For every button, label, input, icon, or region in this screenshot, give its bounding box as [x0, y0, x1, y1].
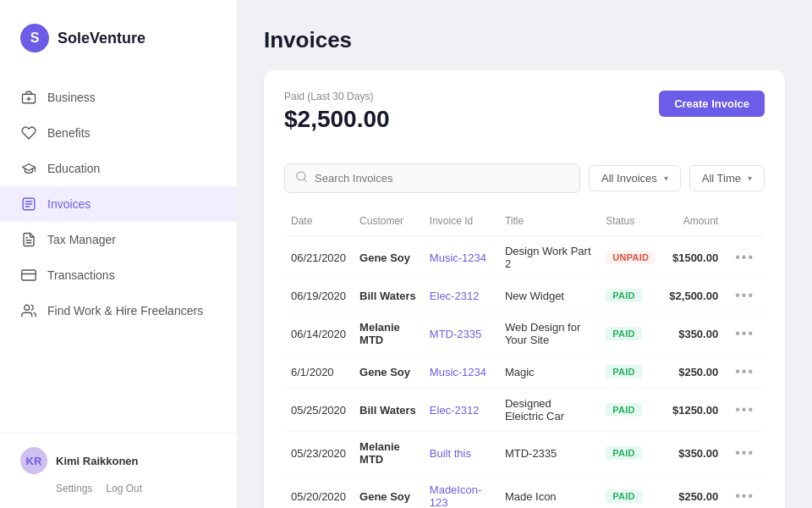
- col-invoice-id: Invoice Id: [423, 210, 498, 236]
- sidebar-item-label: Education: [47, 162, 100, 175]
- sidebar-item-education[interactable]: Education: [0, 151, 237, 186]
- invoices-icon: [20, 196, 37, 213]
- cell-customer: Bill Waters: [353, 389, 423, 432]
- cell-more[interactable]: •••: [725, 236, 765, 279]
- search-input[interactable]: [315, 172, 569, 185]
- user-row: KR Kimi Raikkonen: [20, 447, 217, 474]
- brand-name: SoleVenture: [58, 30, 145, 47]
- more-actions-button[interactable]: •••: [732, 288, 758, 303]
- cell-more[interactable]: •••: [725, 312, 765, 356]
- sidebar-item-find-work[interactable]: Find Work & Hire Freelancers: [0, 293, 237, 329]
- cell-invoice-id[interactable]: Elec-2312: [423, 389, 498, 432]
- cell-invoice-id[interactable]: Music-1234: [423, 356, 498, 389]
- more-actions-button[interactable]: •••: [732, 364, 758, 379]
- col-date: Date: [284, 210, 353, 236]
- table-row: 05/20/2020 Gene Soy MadeIcon-123 Made Ic…: [284, 475, 765, 509]
- nav-menu: Business Benefits Education: [0, 73, 237, 433]
- sidebar-item-business[interactable]: Business: [0, 80, 237, 115]
- cell-status: UNPAID: [599, 236, 662, 279]
- filter-dropdown[interactable]: All Invoices ▾: [589, 165, 681, 191]
- cell-amount: $2,500.00: [662, 279, 725, 312]
- invoices-card: Paid (Last 30 Days) $2,500.00 Create Inv…: [264, 70, 785, 508]
- col-actions: [725, 210, 765, 236]
- sidebar-item-benefits[interactable]: Benefits: [0, 115, 237, 151]
- time-dropdown[interactable]: All Time ▾: [689, 165, 765, 191]
- cell-date: 06/21/2020: [284, 236, 353, 279]
- more-actions-button[interactable]: •••: [732, 326, 758, 341]
- logo-area: S SoleVenture: [0, 0, 237, 73]
- cell-invoice-id[interactable]: Built this: [423, 432, 498, 475]
- table-row: 06/19/2020 Bill Waters Elec-2312 New Wid…: [284, 279, 765, 312]
- sidebar-item-label: Business: [47, 91, 96, 104]
- user-area: KR Kimi Raikkonen Settings Log Out: [0, 433, 237, 508]
- cell-date: 06/14/2020: [284, 312, 353, 356]
- cell-date: 05/20/2020: [284, 475, 353, 509]
- sidebar-item-tax-manager[interactable]: Tax Manager: [0, 222, 237, 257]
- cell-amount: $1250.00: [662, 389, 725, 432]
- paid-amount: $2,500.00: [284, 106, 390, 133]
- transactions-icon: [20, 267, 37, 284]
- sidebar-item-invoices[interactable]: Invoices: [0, 186, 237, 222]
- more-actions-button[interactable]: •••: [732, 402, 758, 417]
- cell-more[interactable]: •••: [725, 432, 765, 475]
- settings-link[interactable]: Settings: [56, 483, 92, 494]
- col-customer: Customer: [353, 210, 423, 236]
- col-status: Status: [599, 210, 662, 236]
- cell-customer: Bill Waters: [353, 279, 423, 312]
- cell-invoice-id[interactable]: MTD-2335: [423, 312, 498, 356]
- user-links: Settings Log Out: [20, 483, 217, 494]
- main-content: Invoices Paid (Last 30 Days) $2,500.00 C…: [237, 0, 812, 508]
- cell-title: Magic: [498, 356, 599, 389]
- cell-status: PAID: [599, 312, 662, 356]
- cell-invoice-id[interactable]: Music-1234: [423, 236, 498, 279]
- tax-icon: [20, 231, 37, 248]
- col-amount: Amount: [662, 210, 725, 236]
- cell-customer: Gene Soy: [353, 356, 423, 389]
- cell-amount: $250.00: [662, 356, 725, 389]
- svg-rect-9: [22, 270, 36, 280]
- cell-more[interactable]: •••: [725, 279, 765, 312]
- cell-amount: $350.00: [662, 312, 725, 356]
- cell-title: Web Design for Your Site: [498, 312, 599, 356]
- table-row: 6/1/2020 Gene Soy Music-1234 Magic PAID …: [284, 356, 765, 389]
- cell-title: MTD-2335: [498, 432, 599, 475]
- table-row: 06/21/2020 Gene Soy Music-1234 Design Wo…: [284, 236, 765, 279]
- avatar: KR: [20, 447, 47, 474]
- more-actions-button[interactable]: •••: [732, 250, 758, 265]
- user-name: Kimi Raikkonen: [56, 455, 139, 467]
- chevron-down-icon: ▾: [664, 174, 668, 183]
- create-invoice-button[interactable]: Create Invoice: [659, 91, 765, 117]
- cell-status: PAID: [599, 279, 662, 312]
- search-icon: [295, 170, 308, 186]
- toolbar: All Invoices ▾ All Time ▾: [284, 163, 765, 193]
- cell-amount: $350.00: [662, 432, 725, 475]
- benefits-icon: [20, 124, 37, 141]
- cell-title: Designed Eleictric Car: [498, 389, 599, 432]
- cell-more[interactable]: •••: [725, 475, 765, 509]
- col-title: Title: [498, 210, 599, 236]
- logout-link[interactable]: Log Out: [106, 483, 142, 494]
- cell-more[interactable]: •••: [725, 389, 765, 432]
- cell-title: Made Icon: [498, 475, 599, 509]
- education-icon: [20, 160, 37, 177]
- cell-date: 6/1/2020: [284, 356, 353, 389]
- cell-date: 05/23/2020: [284, 432, 353, 475]
- cell-customer: Melanie MTD: [353, 432, 423, 475]
- sidebar-item-transactions[interactable]: Transactions: [0, 257, 237, 293]
- search-box[interactable]: [284, 163, 580, 193]
- cell-invoice-id[interactable]: Elec-2312: [423, 279, 498, 312]
- more-actions-button[interactable]: •••: [732, 489, 758, 504]
- cell-status: PAID: [599, 432, 662, 475]
- sidebar-item-label: Invoices: [47, 197, 91, 211]
- svg-line-13: [304, 179, 306, 181]
- table-row: 05/23/2020 Melanie MTD Built this MTD-23…: [284, 432, 765, 475]
- find-work-icon: [20, 302, 37, 319]
- cell-invoice-id[interactable]: MadeIcon-123: [423, 475, 498, 509]
- svg-point-11: [25, 305, 30, 310]
- page-title: Invoices: [264, 27, 785, 53]
- cell-date: 05/25/2020: [284, 389, 353, 432]
- table-row: 05/25/2020 Bill Waters Elec-2312 Designe…: [284, 389, 765, 432]
- cell-more[interactable]: •••: [725, 356, 765, 389]
- more-actions-button[interactable]: •••: [732, 445, 758, 461]
- cell-title: New Widget: [498, 279, 599, 312]
